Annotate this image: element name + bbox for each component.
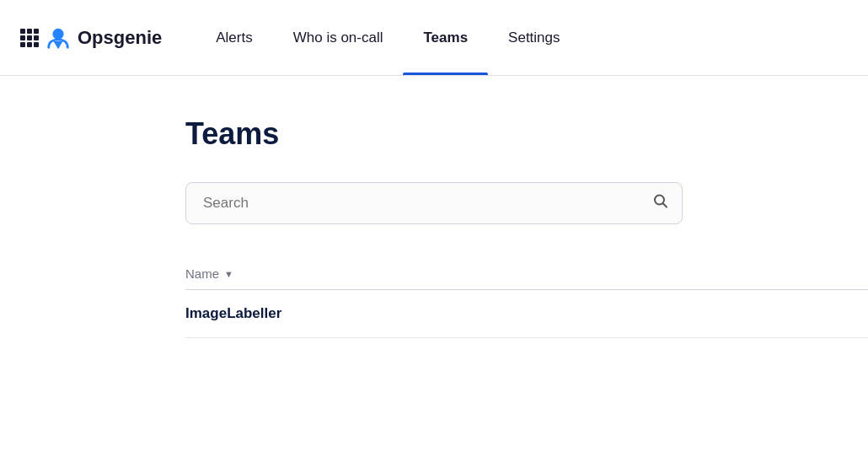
- grid-dot: [34, 42, 39, 47]
- logo-area[interactable]: Opsgenie: [46, 25, 162, 51]
- svg-point-0: [52, 28, 63, 39]
- team-name-link[interactable]: ImageLabeller: [185, 305, 281, 321]
- search-container: [185, 182, 683, 224]
- name-column-label: Name: [185, 266, 219, 281]
- nav-item-alerts[interactable]: Alerts: [196, 0, 272, 75]
- grid-dot: [34, 35, 39, 40]
- grid-dot: [27, 42, 32, 47]
- grid-dot: [27, 35, 32, 40]
- main-content: Teams Name ▼ ImageLabeller: [0, 76, 868, 338]
- search-input[interactable]: [185, 182, 683, 224]
- app-grid-icon[interactable]: [20, 29, 39, 47]
- header: Opsgenie Alerts Who is on-call Teams Set…: [0, 0, 868, 76]
- nav-item-teams[interactable]: Teams: [403, 0, 488, 75]
- grid-dot: [20, 35, 25, 40]
- main-nav: Alerts Who is on-call Teams Settings: [196, 0, 580, 75]
- sort-chevron-icon: ▼: [224, 269, 233, 279]
- opsgenie-logo-icon: [46, 25, 71, 51]
- nav-item-settings[interactable]: Settings: [488, 0, 580, 75]
- nav-item-who-is-on-call[interactable]: Who is on-call: [273, 0, 404, 75]
- grid-dot: [20, 42, 25, 47]
- page-title: Teams: [185, 116, 868, 152]
- grid-dot: [34, 29, 39, 34]
- table-header: Name ▼: [185, 258, 868, 290]
- grid-dot: [20, 29, 25, 34]
- name-column-sort[interactable]: Name ▼: [185, 266, 233, 281]
- table-row: ImageLabeller: [185, 290, 868, 338]
- app-name-label: Opsgenie: [78, 27, 162, 49]
- grid-dot: [27, 29, 32, 34]
